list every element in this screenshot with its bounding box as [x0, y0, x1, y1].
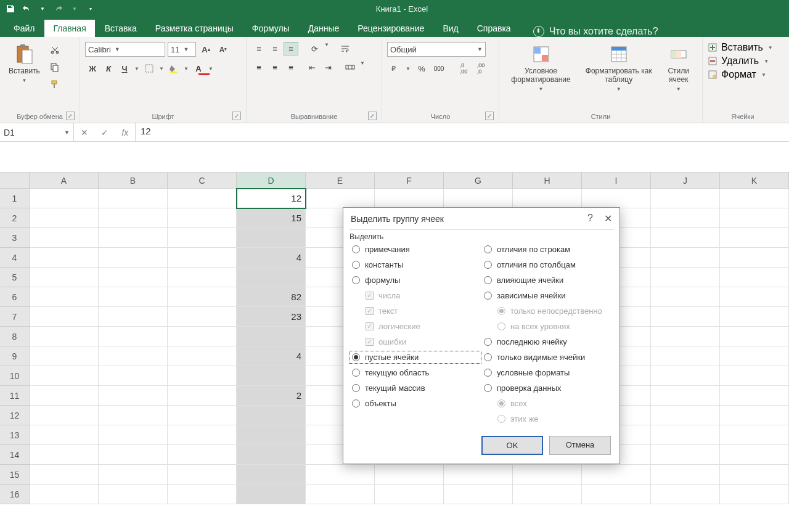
cell-F15[interactable]: [375, 465, 444, 485]
align-right-button[interactable]: ≡: [284, 60, 298, 74]
align-top-button[interactable]: ≡: [251, 42, 266, 55]
cell-J6[interactable]: [651, 287, 720, 307]
number-format-combo[interactable]: Общий▼: [387, 42, 486, 57]
italic-button[interactable]: К: [101, 62, 116, 75]
cell-J1[interactable]: [651, 189, 720, 208]
row-header-6[interactable]: 6: [0, 287, 30, 307]
cell-B16[interactable]: [99, 485, 168, 504]
radio-array[interactable]: текущий массив: [352, 383, 479, 393]
row-header-4[interactable]: 4: [0, 248, 30, 268]
cell-E15[interactable]: [306, 465, 375, 485]
radio-dep[interactable]: зависимые ячейки: [484, 291, 611, 300]
row-header-8[interactable]: 8: [0, 327, 30, 346]
dialog-launcher-icon[interactable]: ⤢: [232, 112, 241, 120]
qat-customize-icon[interactable]: ▾: [84, 2, 97, 15]
cell-C3[interactable]: [168, 228, 237, 248]
cell-A4[interactable]: [30, 248, 99, 268]
cell-I1[interactable]: [582, 189, 651, 208]
radio-valid[interactable]: проверка данных: [484, 383, 611, 393]
cell-C2[interactable]: [168, 208, 237, 228]
radio-blanks[interactable]: пустые ячейки: [351, 352, 480, 362]
cell-K3[interactable]: [720, 228, 789, 248]
cell-J13[interactable]: [651, 425, 720, 445]
cell-G16[interactable]: [444, 485, 513, 504]
radio-consts[interactable]: константы: [352, 260, 479, 269]
cell-C4[interactable]: [168, 248, 237, 268]
cell-K13[interactable]: [720, 425, 789, 445]
column-header-I[interactable]: I: [582, 173, 651, 189]
increase-indent-button[interactable]: ⇥: [321, 60, 335, 74]
cell-B14[interactable]: [99, 445, 168, 465]
paste-button[interactable]: Вставить ▼: [5, 42, 44, 86]
enter-formula-icon[interactable]: ✓: [101, 128, 108, 137]
row-header-12[interactable]: 12: [0, 406, 30, 425]
percent-button[interactable]: %: [414, 62, 429, 75]
align-left-button[interactable]: ≡: [251, 60, 266, 74]
cell-B7[interactable]: [99, 307, 168, 327]
column-header-C[interactable]: C: [168, 173, 237, 189]
cell-D8[interactable]: [237, 327, 306, 346]
radio-condf[interactable]: условные форматы: [484, 368, 611, 377]
ok-button[interactable]: OK: [481, 436, 543, 455]
cell-D2[interactable]: 15: [237, 208, 306, 228]
cell-K9[interactable]: [720, 346, 789, 366]
column-header-A[interactable]: A: [30, 173, 99, 189]
save-icon[interactable]: [4, 2, 17, 15]
cell-H16[interactable]: [513, 485, 582, 504]
row-header-11[interactable]: 11: [0, 386, 30, 406]
cell-E1[interactable]: [306, 189, 375, 208]
cell-G1[interactable]: [444, 189, 513, 208]
cell-C10[interactable]: [168, 366, 237, 386]
cell-A15[interactable]: [30, 465, 99, 485]
cell-A7[interactable]: [30, 307, 99, 327]
column-header-J[interactable]: J: [651, 173, 720, 189]
bold-button[interactable]: Ж: [85, 62, 100, 75]
cell-B3[interactable]: [99, 228, 168, 248]
cell-A9[interactable]: [30, 346, 99, 366]
cell-J7[interactable]: [651, 307, 720, 327]
cell-J14[interactable]: [651, 445, 720, 465]
cell-A12[interactable]: [30, 406, 99, 425]
row-header-16[interactable]: 16: [0, 485, 30, 504]
cell-J11[interactable]: [651, 386, 720, 406]
cell-C14[interactable]: [168, 445, 237, 465]
cell-J9[interactable]: [651, 346, 720, 366]
tab-insert[interactable]: Вставка: [96, 20, 145, 37]
help-icon[interactable]: ?: [587, 213, 593, 224]
undo-dropdown[interactable]: ▼: [36, 2, 49, 15]
row-header-14[interactable]: 14: [0, 445, 30, 465]
accounting-button[interactable]: ₽: [387, 62, 402, 75]
cell-A11[interactable]: [30, 386, 99, 406]
column-header-H[interactable]: H: [513, 173, 582, 189]
cell-styles-button[interactable]: Стили ячеек▼: [660, 42, 697, 94]
cell-K12[interactable]: [720, 406, 789, 425]
tell-me[interactable]: Что вы хотите сделать?: [533, 26, 658, 37]
cell-I15[interactable]: [582, 465, 651, 485]
cell-K15[interactable]: [720, 465, 789, 485]
cell-I16[interactable]: [582, 485, 651, 504]
row-header-2[interactable]: 2: [0, 208, 30, 228]
cell-A16[interactable]: [30, 485, 99, 504]
align-center-button[interactable]: ≡: [268, 60, 282, 74]
dialog-launcher-icon[interactable]: ⤢: [368, 112, 377, 120]
delete-cells-button[interactable]: Удалить▼: [708, 55, 770, 67]
cell-K4[interactable]: [720, 248, 789, 268]
cell-K2[interactable]: [720, 208, 789, 228]
radio-rowdiff[interactable]: отличия по строкам: [484, 245, 611, 254]
format-cells-button[interactable]: Формат▼: [708, 69, 767, 80]
column-header-D[interactable]: D: [237, 173, 306, 189]
undo-icon[interactable]: [20, 2, 33, 15]
cell-C8[interactable]: [168, 327, 237, 346]
name-box[interactable]: D1▼: [0, 123, 74, 141]
wrap-text-button[interactable]: [338, 42, 353, 55]
grow-font-button[interactable]: A▴: [198, 43, 213, 56]
cell-H15[interactable]: [513, 465, 582, 485]
radio-coldiff[interactable]: отличия по столбцам: [484, 260, 611, 269]
cell-A13[interactable]: [30, 425, 99, 445]
cell-C13[interactable]: [168, 425, 237, 445]
cell-C6[interactable]: [168, 287, 237, 307]
radio-last[interactable]: последнюю ячейку: [484, 337, 611, 346]
cell-K8[interactable]: [720, 327, 789, 346]
cell-E16[interactable]: [306, 485, 375, 504]
align-middle-button[interactable]: ≡: [268, 42, 282, 55]
